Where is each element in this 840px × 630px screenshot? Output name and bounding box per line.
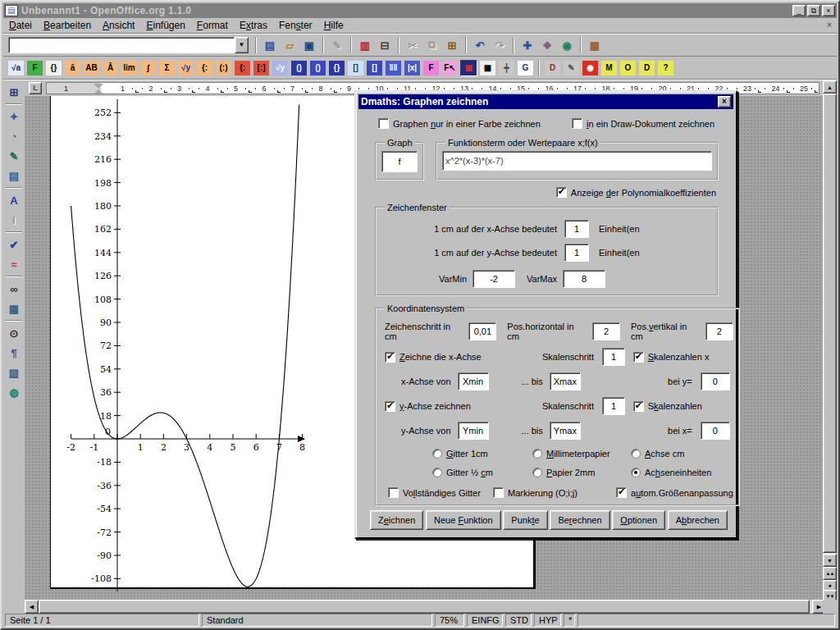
dm-brace-navy-icon[interactable]: {}: [328, 60, 345, 76]
menu-extras[interactable]: Extras: [234, 18, 273, 33]
dm-root-blue-icon[interactable]: √y: [272, 60, 289, 76]
draw-functions-icon[interactable]: ✎: [5, 147, 23, 165]
spellcheck-icon[interactable]: ✔: [5, 235, 23, 253]
menu-hilfe[interactable]: Hilfe: [318, 18, 349, 33]
y-bis-field[interactable]: [550, 422, 581, 440]
menu-ansicht[interactable]: Ansicht: [97, 18, 140, 33]
undo-icon[interactable]: ↶: [471, 37, 489, 53]
menu-datei[interactable]: Datei: [3, 18, 38, 33]
form-functions-icon[interactable]: ▤: [5, 167, 23, 185]
checkbox-box[interactable]: [616, 487, 627, 498]
dm-norm-icon[interactable]: ‖‖: [385, 60, 402, 76]
dm-root-icon[interactable]: √y: [177, 60, 194, 76]
dm-bracket-blue-icon[interactable]: []: [366, 60, 383, 76]
checkbox-box[interactable]: [633, 401, 644, 412]
zeichnen-button[interactable]: Zeichnen: [370, 510, 423, 530]
zeichenschritt-field[interactable]: [468, 322, 496, 340]
checkbox-y-axis[interactable]: y-Achse zeichnen: [381, 401, 542, 412]
direct-cursor-icon[interactable]: I: [5, 211, 23, 229]
checkbox-skalenzahlen-y[interactable]: Skalenzahlen: [633, 401, 732, 412]
checkbox-box[interactable]: [633, 352, 644, 363]
nonprinting-chars-icon[interactable]: ¶: [5, 344, 23, 362]
y-scale-field[interactable]: [564, 244, 589, 262]
previous-page-icon[interactable]: ▲▲: [823, 567, 837, 580]
indent-marker[interactable]: [94, 84, 103, 94]
dm-draw-graph-icon[interactable]: ▦: [460, 60, 477, 76]
minimize-button[interactable]: _: [792, 5, 806, 16]
pos-vertikal-field[interactable]: [705, 322, 733, 340]
hyperlink-mode-field[interactable]: HYP: [534, 614, 561, 627]
dialog-close-icon[interactable]: ×: [718, 96, 731, 107]
y-von-field[interactable]: [458, 422, 489, 440]
zoom-icon[interactable]: ⊙: [5, 324, 23, 342]
skalenschritt-x-field[interactable]: [602, 348, 625, 366]
insert-table-icon[interactable]: ⊞: [5, 83, 23, 101]
checkbox-markierung[interactable]: Markierung (O;i;j): [493, 487, 616, 498]
dm-spiral-icon[interactable]: ◉: [582, 60, 599, 76]
checkbox-box[interactable]: [572, 118, 582, 129]
radio-circle[interactable]: [432, 468, 442, 477]
checkbox-single-color[interactable]: Graphen nur in einer Farbe zeichnen: [378, 118, 541, 129]
checkbox-box[interactable]: [385, 401, 395, 412]
redo-icon[interactable]: ↷: [491, 37, 509, 53]
tab-type-selector[interactable]: L: [29, 82, 42, 94]
dm-formula-cursor-icon[interactable]: F↖: [441, 60, 459, 76]
function-term-field[interactable]: [442, 151, 712, 171]
dm-formula-icon[interactable]: F: [422, 60, 440, 76]
online-layout-icon[interactable]: ◍: [5, 383, 23, 401]
varmax-field[interactable]: [563, 270, 605, 288]
neue-funktion-button[interactable]: Neue Funktion: [426, 510, 501, 530]
cut-icon[interactable]: ✂: [404, 37, 422, 53]
insert-fields-icon[interactable]: ✦: [5, 107, 23, 126]
checkbox-box[interactable]: [556, 187, 567, 198]
x-von-field[interactable]: [458, 372, 489, 390]
document-close-icon[interactable]: ×: [824, 20, 835, 31]
checkbox-vollstaendiges-gitter[interactable]: Vollständiges Gitter: [388, 487, 493, 498]
page-field[interactable]: Seite 1 / 1: [5, 614, 199, 627]
radio-papier-2mm[interactable]: Papier 2mm: [532, 468, 631, 477]
graph-name-field[interactable]: [381, 151, 418, 172]
gallery-icon[interactable]: ▦: [586, 37, 604, 53]
open-icon[interactable]: ▱: [281, 37, 299, 53]
dm-abs-icon[interactable]: |x|: [404, 60, 421, 76]
close-button[interactable]: ×: [822, 5, 835, 16]
checkbox-draw-document[interactable]: in ein Draw-Dokument zeichnen: [572, 118, 714, 129]
dmaths-dialog[interactable]: Dmaths: Graphen zeichnen × Graphen nur i…: [354, 90, 737, 539]
dm-vector-icon[interactable]: ā: [64, 60, 81, 76]
autotext-icon[interactable]: A: [5, 191, 23, 209]
checkbox-box[interactable]: [385, 352, 395, 363]
zoom-field[interactable]: 75%: [435, 614, 464, 627]
horizontal-scrollbar[interactable]: ◀ ▶: [25, 600, 826, 614]
copy-icon[interactable]: ⧉: [423, 37, 441, 53]
radio-circle[interactable]: [532, 449, 542, 459]
vertical-scrollbar[interactable]: ▲ ▼ ▲▲ ● ▼▼: [823, 80, 837, 603]
scroll-left-icon[interactable]: ◀: [25, 600, 39, 614]
dm-brace-red-icon[interactable]: {:: [234, 60, 251, 76]
punkte-button[interactable]: Punkte: [503, 510, 547, 530]
dm-sum-icon[interactable]: Σ: [158, 60, 176, 76]
horizontal-scrollbar-thumb[interactable]: [39, 600, 810, 614]
dm-bracket-light-icon[interactable]: []: [347, 60, 364, 76]
find-replace-icon[interactable]: ∞: [5, 280, 23, 298]
restore-button[interactable]: ⧉: [807, 5, 820, 16]
dm-bracket-red-icon[interactable]: [:]: [253, 60, 270, 76]
data-sources-icon[interactable]: ▦: [5, 299, 23, 317]
dm-sqrt-icon[interactable]: √a: [7, 60, 25, 76]
window-titlebar[interactable]: ▤ Unbenannt1 - OpenOffice.org 1.1.0 _ ⧉ …: [3, 3, 837, 18]
dm-integral-icon[interactable]: ∫: [139, 60, 157, 76]
dm-grid-icon[interactable]: ▦: [479, 60, 496, 76]
radio-achseneinheiten[interactable]: Achseneinheiten: [631, 468, 711, 477]
dm-o-icon[interactable]: O: [619, 60, 637, 76]
checkbox-box[interactable]: [388, 487, 399, 498]
insert-object-icon[interactable]: ◔: [5, 127, 23, 145]
dm-function-icon[interactable]: F: [26, 60, 43, 76]
new-document-icon[interactable]: ▤: [261, 37, 279, 53]
dm-help-icon[interactable]: ?: [657, 60, 674, 76]
dm-limit-icon[interactable]: lim: [121, 60, 138, 76]
url-combobox[interactable]: ▼: [8, 37, 249, 53]
checkbox-autom-groessenanpassung[interactable]: autom.Größenanpassung: [616, 487, 733, 498]
bei-x-field[interactable]: [701, 422, 730, 440]
vertical-scrollbar-thumb[interactable]: [823, 94, 837, 553]
autospellcheck-icon[interactable]: ≈: [5, 255, 23, 273]
scroll-up-icon[interactable]: ▲: [823, 80, 837, 94]
